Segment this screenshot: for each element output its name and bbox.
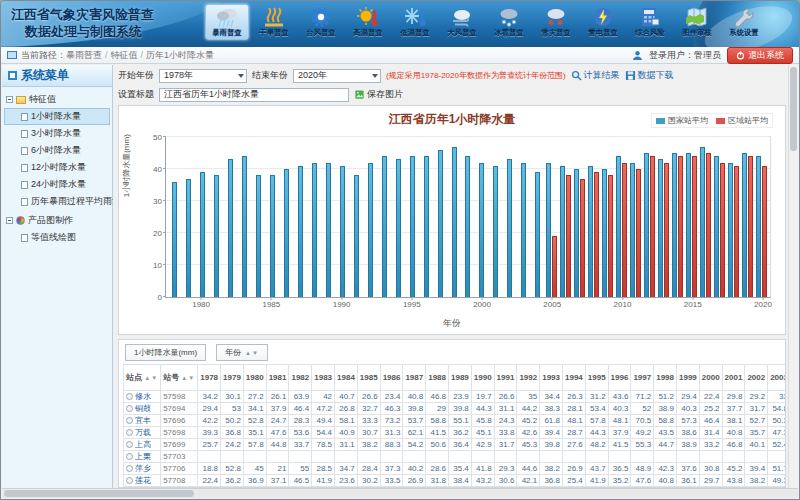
column-header-year[interactable]: 1980 — [243, 365, 266, 391]
vertical-scrollbar[interactable] — [788, 65, 798, 488]
sort-arrows-icon[interactable]: ▲▼ — [144, 375, 158, 381]
exit-system-button[interactable]: 退出系统 — [727, 47, 793, 64]
column-header-year[interactable]: 2001 — [722, 365, 745, 391]
value-cell: 49.3 — [768, 475, 786, 487]
toolbar-item-map[interactable]: 图件审核 — [675, 4, 719, 40]
value-cell: 21 — [266, 463, 289, 475]
column-header-year[interactable]: 1979 — [221, 365, 244, 391]
column-header-year[interactable]: 1996 — [608, 365, 631, 391]
column-header-year[interactable]: 2003 — [768, 365, 786, 391]
end-year-select[interactable]: 2020年 — [293, 69, 381, 83]
column-header-year[interactable]: 1982 — [289, 365, 312, 391]
station-name-cell[interactable]: 上栗 — [124, 451, 161, 463]
value-cell: 58.8 — [654, 415, 677, 427]
vertical-scrollbar-thumb[interactable] — [790, 67, 797, 151]
breadcrumb-item[interactable]: 特征值 — [111, 50, 138, 60]
column-header-year[interactable]: 1985 — [357, 365, 380, 391]
toolbar-item-rain[interactable]: 暴雨普查 — [205, 4, 249, 40]
toolbar-item-lowtemp[interactable]: 低温普查 — [393, 4, 437, 40]
column-header-year[interactable]: 1995 — [585, 365, 608, 391]
value-cell: 24.7 — [266, 415, 289, 427]
station-name-cell[interactable]: 万载 — [124, 427, 161, 439]
station-name-cell[interactable]: 上高 — [124, 439, 161, 451]
column-header-year[interactable]: 1984 — [335, 365, 358, 391]
expand-icon[interactable] — [126, 429, 133, 436]
start-year-select[interactable]: 1978年 — [159, 69, 247, 83]
value-cell: 52.8 — [243, 415, 266, 427]
tree-item-历年暴雨过程平均雨量[interactable]: 历年暴雨过程平均雨量 — [4, 193, 110, 210]
column-header-year[interactable]: 1998 — [654, 365, 677, 391]
expand-icon[interactable] — [126, 405, 133, 412]
toolbar-item-wind[interactable]: 大风普查 — [440, 4, 484, 40]
legend-item-区域站平均[interactable]: 区域站平均 — [716, 115, 768, 126]
column-header-id[interactable]: 站号 ▲▼ — [161, 365, 198, 391]
column-header-year[interactable]: 1990 — [471, 365, 494, 391]
collapse-icon[interactable] — [6, 217, 13, 224]
column-header-year[interactable]: 1993 — [540, 365, 563, 391]
toolbar-item-risk[interactable]: 综合风险 — [628, 4, 672, 40]
column-header-year[interactable]: 1981 — [266, 365, 289, 391]
year-sort-selector[interactable]: 年份 ▲▼ — [216, 344, 268, 361]
calculate-button[interactable]: 计算结果 — [571, 69, 620, 82]
toolbar-item-lightning[interactable]: 雷电普查 — [581, 4, 625, 40]
horizontal-scrollbar[interactable] — [2, 488, 798, 498]
expand-icon[interactable] — [126, 417, 133, 424]
tree-item-6小时降水量[interactable]: 6小时降水量 — [4, 142, 110, 159]
expand-icon[interactable] — [126, 465, 133, 472]
column-header-year[interactable]: 1991 — [494, 365, 517, 391]
bar-group-1993 — [377, 137, 391, 297]
breadcrumb-item[interactable]: 暴雨普查 — [66, 50, 102, 60]
breadcrumb-item[interactable]: 历年1小时降水量 — [146, 50, 214, 60]
column-header-year[interactable]: 1999 — [676, 365, 699, 391]
tree-item-3小时降水量[interactable]: 3小时降水量 — [4, 125, 110, 142]
station-name-cell[interactable]: 萍乡 — [124, 463, 161, 475]
tree-group-产品图制作[interactable]: 产品图制作 — [4, 212, 110, 229]
toolbar-item-hightemp[interactable]: 高温普查 — [346, 4, 390, 40]
bar-区域站平均-2008 — [594, 172, 599, 297]
measure-selector[interactable]: 1小时降水量(mm) — [125, 344, 206, 361]
data-download-button[interactable]: 数据下载 — [625, 69, 674, 82]
tree-item-等值线绘图[interactable]: 等值线绘图 — [4, 229, 110, 246]
toolbar-item-settings[interactable]: 系统设置 — [722, 4, 766, 40]
toolbar-item-snow[interactable]: 雪灾普查 — [534, 4, 578, 40]
station-name-cell[interactable]: 宜丰 — [124, 415, 161, 427]
station-name-cell[interactable]: 修水 — [124, 391, 161, 403]
column-header-year[interactable]: 1988 — [426, 365, 449, 391]
column-header-year[interactable]: 1983 — [312, 365, 335, 391]
expand-icon[interactable] — [126, 477, 133, 484]
column-header-year[interactable]: 1989 — [449, 365, 472, 391]
expand-icon[interactable] — [126, 441, 133, 448]
sort-arrows-icon[interactable]: ▲▼ — [181, 375, 195, 381]
column-header-year[interactable]: 1994 — [563, 365, 586, 391]
tree-item-12小时降水量[interactable]: 12小时降水量 — [4, 159, 110, 176]
station-name-cell[interactable]: 莲花 — [124, 475, 161, 487]
tree-item-24小时降水量[interactable]: 24小时降水量 — [4, 176, 110, 193]
column-header-station[interactable]: 站点 ▲▼ — [124, 365, 161, 391]
toolbar-item-typhoon[interactable]: 台风普查 — [299, 4, 343, 40]
column-header-year[interactable]: 1987 — [403, 365, 426, 391]
save-image-button[interactable]: 保存图片 — [354, 88, 403, 101]
table-header: 站点 ▲▼站号 ▲▼197819791980198119821983198419… — [124, 365, 787, 391]
tree-group-特征值[interactable]: 特征值 — [4, 91, 110, 108]
legend-item-国家站平均[interactable]: 国家站平均 — [656, 115, 708, 126]
collapse-icon[interactable] — [6, 96, 13, 103]
column-header-year[interactable]: 2000 — [699, 365, 722, 391]
bar-区域站平均-2014 — [678, 156, 683, 297]
column-header-year[interactable]: 1978 — [198, 365, 221, 391]
tree-item-1小时降水量[interactable]: 1小时降水量 — [4, 108, 110, 125]
station-name-cell[interactable]: 铜鼓 — [124, 403, 161, 415]
bar-group-2014 — [670, 137, 684, 297]
toolbar-item-drought[interactable]: 干旱普查 — [252, 4, 296, 40]
column-header-year[interactable]: 1997 — [631, 365, 654, 391]
chart-title-input[interactable] — [159, 88, 349, 102]
toolbar-item-hail[interactable]: 冰雹普查 — [487, 4, 531, 40]
bar-国家站平均-2009 — [602, 169, 607, 297]
column-header-year[interactable]: 1992 — [517, 365, 540, 391]
value-cell — [585, 451, 608, 463]
expand-icon[interactable] — [126, 453, 133, 460]
horizontal-scrollbar-thumb[interactable] — [4, 490, 194, 497]
expand-icon[interactable] — [126, 393, 133, 400]
column-header-year[interactable]: 1986 — [380, 365, 403, 391]
sort-arrows-icon: ▲▼ — [245, 350, 259, 356]
column-header-year[interactable]: 2002 — [745, 365, 768, 391]
